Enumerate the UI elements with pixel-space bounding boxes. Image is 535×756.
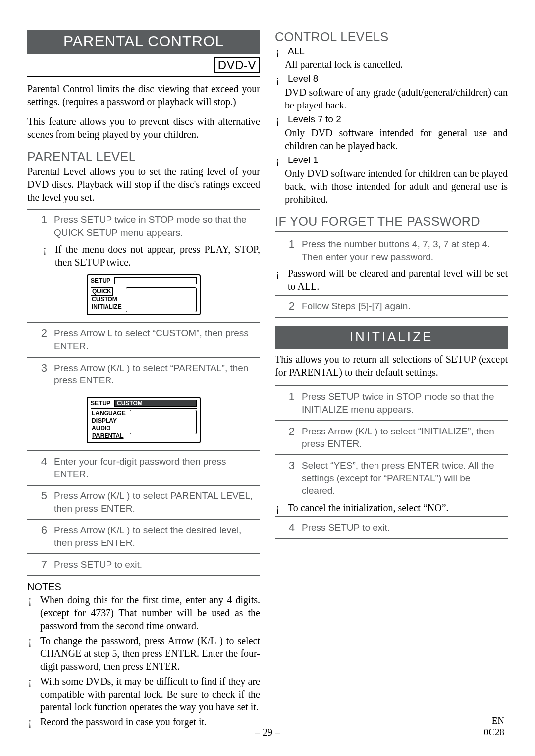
- right-column: CONTROL LEVELS ¡ALL All parental lock is…: [275, 30, 508, 730]
- left-column: PARENTAL CONTROL DVD-V Parental Control …: [27, 30, 260, 730]
- step-number: 6: [36, 524, 47, 549]
- step-1-wrap: 1 Press SETUP twice in STOP mode so that…: [27, 209, 260, 243]
- bullet-icon: ¡: [28, 675, 35, 713]
- step-number: 1: [36, 214, 47, 239]
- bullet-icon: ¡: [276, 73, 283, 86]
- parental-level-body: Parental Level allows you to set the rat…: [27, 165, 260, 204]
- step-text: Press Arrow (K/L ) to select “PARENTAL”,…: [54, 362, 258, 387]
- setup-menu-diagram-1: SETUP QUICK CUSTOM INITIALIZE: [87, 274, 201, 315]
- intro-paragraph-2: This feature allows you to prevent discs…: [27, 115, 260, 141]
- step-number: 5: [36, 489, 47, 515]
- step-text: Press SETUP to exit.: [302, 521, 390, 534]
- step-number: 2: [284, 425, 295, 450]
- bullet-icon: ¡: [276, 267, 283, 293]
- footer-code: EN 0C28: [484, 715, 504, 738]
- bullet-icon: ¡: [276, 501, 283, 514]
- step-1-note: ¡ If the menu does not appear, press PLA…: [27, 243, 260, 269]
- step-text: Enter your four-digit password then pres…: [54, 455, 258, 481]
- bullet-icon: ¡: [276, 154, 283, 167]
- step-text: Press Arrow (K/L ) to select PARENTAL LE…: [54, 489, 258, 515]
- bullet-icon: ¡: [28, 634, 35, 673]
- page-number: – 29 –: [0, 727, 535, 738]
- initialize-title: INITIALIZE: [275, 326, 508, 349]
- bullet-icon: ¡: [276, 113, 283, 126]
- bullet-icon: ¡: [43, 243, 50, 269]
- intro-paragraph-1: Parental Control limits the disc viewing…: [27, 82, 260, 108]
- step-number: 1: [284, 238, 295, 263]
- step-text: Press the number buttons 4, 7, 3, 7 at s…: [302, 238, 506, 263]
- step-number: 2: [284, 300, 295, 313]
- bullet-icon: ¡: [276, 45, 283, 58]
- step-text: Press SETUP twice in STOP mode so that t…: [54, 214, 258, 239]
- control-levels-heading: CONTROL LEVELS: [275, 30, 508, 44]
- parental-control-title: PARENTAL CONTROL: [27, 30, 260, 54]
- bullet-icon: ¡: [28, 715, 35, 728]
- step-number: 3: [36, 362, 47, 387]
- divider: [27, 76, 260, 77]
- step-text: Press Arrow (K/L ) to select the desired…: [54, 524, 258, 549]
- bullet-icon: ¡: [28, 594, 35, 632]
- setup-menu-diagram-2: SETUPCUSTOM LANGUAGE DISPLAY AUDIO PAREN…: [87, 397, 201, 443]
- step-number: 1: [284, 390, 295, 416]
- step-number: 7: [36, 558, 47, 571]
- step-number: 2: [36, 327, 47, 352]
- initialize-body: This allows you to return all selections…: [275, 353, 508, 378]
- forget-password-heading: IF YOU FORGET THE PASSWORD: [275, 215, 508, 229]
- dvd-v-tag: DVD-V: [214, 57, 260, 73]
- notes-heading: NOTES: [27, 581, 260, 593]
- parental-level-heading: PARENTAL LEVEL: [27, 150, 260, 164]
- step-text: Press SETUP twice in STOP mode so that t…: [302, 390, 506, 416]
- step-text: Press SETUP to exit.: [54, 558, 142, 571]
- step-number: 4: [36, 455, 47, 481]
- step-text: Press Arrow L to select “CUSTOM”, then p…: [54, 327, 258, 352]
- step-text: Press Arrow (K/L ) to select “INITIALIZE…: [302, 425, 506, 450]
- step-text: Select “YES”, then press ENTER twice. Al…: [302, 459, 506, 497]
- step-number: 4: [284, 521, 295, 534]
- step-text: Follow Steps [5]-[7] again.: [302, 300, 411, 313]
- step-number: 3: [284, 459, 295, 497]
